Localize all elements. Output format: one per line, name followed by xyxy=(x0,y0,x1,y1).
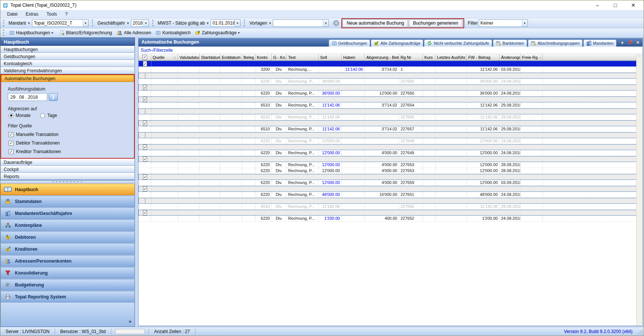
nav-debitoren[interactable]: $Debitoren xyxy=(0,231,135,243)
cell-c[interactable]: ✓ xyxy=(139,97,152,102)
table-row[interactable]: Kreditor01.01.201801.01.201831.12.201862… xyxy=(138,132,643,138)
radio-circle-icon[interactable] xyxy=(9,113,13,118)
table-subrow[interactable]: 6220Div.Rechnung, P...12'000.004'000.002… xyxy=(138,168,643,174)
vorlagen-combo[interactable]: ▼ xyxy=(273,19,329,27)
tab-nicht-verbuchte-zahlungsläufe[interactable]: Nicht verbuchte Zahlungsläufe xyxy=(424,39,492,47)
calendar-dropdown-button[interactable]: ❯ xyxy=(49,93,58,101)
execution-date-input[interactable]: 29 . 08 . 2018 xyxy=(8,93,47,101)
column-header-kurs[interactable]: Kurs xyxy=(423,54,436,60)
cell-c[interactable] xyxy=(139,198,152,204)
table-row[interactable]: ✓Kreditor01.01.201801.01.201831.12.20186… xyxy=(138,85,643,91)
sidebar-item-cockpit[interactable]: Cockpit xyxy=(0,166,135,173)
geschaeftsjahr-label[interactable]: Geschäftsjahr xyxy=(98,20,125,26)
cell-c[interactable]: ✓ xyxy=(139,85,152,91)
nav-hauptbuch[interactable]: Hauptbuch xyxy=(0,184,135,195)
table-row[interactable]: Kreditor01.01.201801.01.201831.12.201862… xyxy=(138,73,643,79)
toolbar-item-hauptbuchungen[interactable]: Hauptbuchungen▼ xyxy=(7,30,57,35)
nav-topal-reporting-system[interactable]: Topal Reporting System xyxy=(0,291,135,302)
pin-icon[interactable]: 📌 xyxy=(628,40,633,45)
row-checkbox[interactable]: ✓ xyxy=(143,156,147,162)
sidebar-splitter[interactable]: • • • • • • • • • xyxy=(0,180,135,183)
tab-abschreibungsgruppen[interactable]: Abschreibungsgruppen xyxy=(528,39,583,47)
menu-item-extras[interactable]: Extras xyxy=(22,11,42,18)
nav-kontenpläne[interactable]: Kontenpläne xyxy=(0,219,135,231)
chevron-down-icon[interactable]: ▼ xyxy=(51,31,54,35)
column-header-rg-nr[interactable]: Rg Nr xyxy=(399,54,423,60)
row-checkbox[interactable]: ✓ xyxy=(143,97,147,102)
cell-c[interactable] xyxy=(139,133,152,138)
checkbox-manuelle-transaktion[interactable]: ✓Manuelle Transaktion xyxy=(9,132,134,137)
column-header-beleg-----[interactable]: Beleg -... xyxy=(242,54,255,60)
menu-item-tools[interactable]: Tools xyxy=(43,11,61,18)
table-row[interactable]: ✓Debitor01.01.201801.01.201831.12.201832… xyxy=(138,61,643,67)
radio-circle-icon[interactable] xyxy=(40,113,45,118)
geschaeftsjahr-combo[interactable]: 2018 ▼ xyxy=(131,19,149,27)
sidebar-item-kontoabgleich[interactable]: Kontoabgleich xyxy=(0,60,135,67)
table-row[interactable]: ✓Kreditor01.01.201801.01.201831.12.20186… xyxy=(138,210,643,216)
column-header-startdatum[interactable]: Startdatum xyxy=(200,54,220,60)
close-button[interactable]: ✕ xyxy=(629,2,637,8)
clear-template-button[interactable]: ✕ xyxy=(333,20,339,26)
checkbox-icon[interactable]: ✓ xyxy=(9,141,13,146)
sidebar-item-daueraufträge[interactable]: Daueraufträge xyxy=(0,159,135,166)
table-subrow[interactable]: 6510Div.Rechnung, P...11'142.0622765611'… xyxy=(138,204,643,210)
row-checkbox[interactable]: ✓ xyxy=(143,85,147,90)
checkbox-debitor-transaktionen[interactable]: ✓Debitor Transaktionen xyxy=(9,140,134,146)
row-checkbox[interactable] xyxy=(145,133,146,138)
new-automatic-booking-button[interactable]: Neue automatische Buchung xyxy=(342,19,408,27)
row-checkbox[interactable]: ✓ xyxy=(143,61,147,66)
chevron-down-icon[interactable]: ▼ xyxy=(83,20,88,26)
radio-tage[interactable]: Tage xyxy=(40,113,57,118)
table-row[interactable]: ✓Kreditor01.01.201801.01.201831.12.20186… xyxy=(138,144,643,150)
table-row[interactable]: Kreditor01.01.201801.01.201831.12.201865… xyxy=(138,108,643,114)
mandant-combo[interactable]: Topal_ISO20022_T ▼ xyxy=(32,19,89,27)
column-header-freie-rg----nr-[interactable]: Freie Rg. - Nr. xyxy=(520,54,543,60)
row-checkbox[interactable]: ✓ xyxy=(143,210,147,215)
cell-c[interactable]: ✓ xyxy=(139,156,152,162)
mwst-combo[interactable]: 01.01.2018 ▼ xyxy=(211,19,240,27)
chevron-down-icon[interactable]: ▼ xyxy=(323,20,328,26)
table-subrow[interactable]: 6220Div.Rechnung, P...36'000.0012'000.00… xyxy=(138,91,643,96)
column-header-fw---betrag[interactable]: FW - Betrag xyxy=(467,54,500,60)
column-header-letztes-ausführ---[interactable]: Letztes Ausführ...△ xyxy=(436,54,467,60)
table-row[interactable]: ✓Kreditor01.01.201801.01.201831.12.20186… xyxy=(138,174,643,180)
table-subrow[interactable]: 6220Div.Rechnung, P...12'000.004'000.002… xyxy=(138,180,643,186)
auto-hide-chevron-icon[interactable]: ▼ xyxy=(620,41,624,45)
cell-c[interactable] xyxy=(139,109,152,114)
table-subrow[interactable]: 6510Div.Rechnung, P...11'142.0622765511'… xyxy=(138,114,643,120)
table-subrow[interactable]: 6220Div.Rechnung, P...12'000.004'000.002… xyxy=(138,150,643,156)
column-header-select[interactable]: ✓ xyxy=(138,54,151,60)
sidebar-item-reports[interactable]: Reports xyxy=(0,173,135,180)
table-subrow[interactable]: 6220Div.Rechnung, P...48'000.0016'000.00… xyxy=(138,192,643,198)
nav-adressen-personenkonten[interactable]: Adressen/Personenkonten xyxy=(0,255,135,267)
toolbar-item-bilanz-erfolgsrechnung[interactable]: Bilanz/Erfolgsrechnung xyxy=(57,30,114,35)
tab-bankkonten[interactable]: Bankkonten xyxy=(493,39,527,47)
cell-c[interactable]: ✓ xyxy=(139,121,152,126)
table-row[interactable]: ✓Kreditor01.01.201801.01.201831.12.20186… xyxy=(138,186,643,192)
row-checkbox[interactable]: ✓ xyxy=(143,186,147,191)
column-header-quelle[interactable]: Quelle△ xyxy=(151,54,178,60)
cell-c[interactable]: ✓ xyxy=(139,145,152,150)
table-subrow[interactable]: 6220Div.Rechnung, P...36'000.0022765036'… xyxy=(138,79,643,85)
column-header-konto[interactable]: Konto xyxy=(255,54,272,60)
table-subrow[interactable]: 6510Div.Rechnung, P...11'142.063'714.022… xyxy=(138,126,643,132)
mandant-label[interactable]: Mandant xyxy=(9,20,26,26)
vertical-scrollbar[interactable]: ⌃ xyxy=(636,54,643,326)
nav-budgetierung[interactable]: Budgetierung xyxy=(0,279,135,291)
nav-konsolidierung[interactable]: Konsolidierung xyxy=(0,267,135,279)
row-checkbox[interactable]: ✓ xyxy=(143,174,147,180)
column-header-valutadatum[interactable]: Valutadatum xyxy=(178,54,200,60)
table-row[interactable]: Kreditor01.01.201801.01.201831.12.201865… xyxy=(138,198,643,204)
toolbar-item-zahlungsauftr-ge[interactable]: Zahlungsaufträge▼ xyxy=(193,30,244,35)
nav-kreditoren[interactable]: $Kreditoren xyxy=(0,243,135,255)
chevron-down-icon[interactable]: ▼ xyxy=(237,31,240,35)
cell-c[interactable]: ✓ xyxy=(139,186,152,192)
tab-alle-zahlungsaufträge[interactable]: Alle Zahlungsaufträge xyxy=(371,39,423,47)
column-header-text[interactable]: Text xyxy=(287,54,319,60)
checkbox-kreditor-transaktionen[interactable]: ✓Kreditor Transaktionen xyxy=(9,149,134,154)
cell-c[interactable]: ✓ xyxy=(139,61,152,67)
scroll-up-icon[interactable]: ⌃ xyxy=(637,54,643,60)
sidebar-item-automatische-buchungen[interactable]: Automatische Buchungen xyxy=(1,75,134,82)
table-subrow[interactable]: 6220Div.Rechnung, P...1'200.00400.002276… xyxy=(138,216,643,222)
tab-mandanten[interactable]: Mandanten xyxy=(583,39,616,47)
